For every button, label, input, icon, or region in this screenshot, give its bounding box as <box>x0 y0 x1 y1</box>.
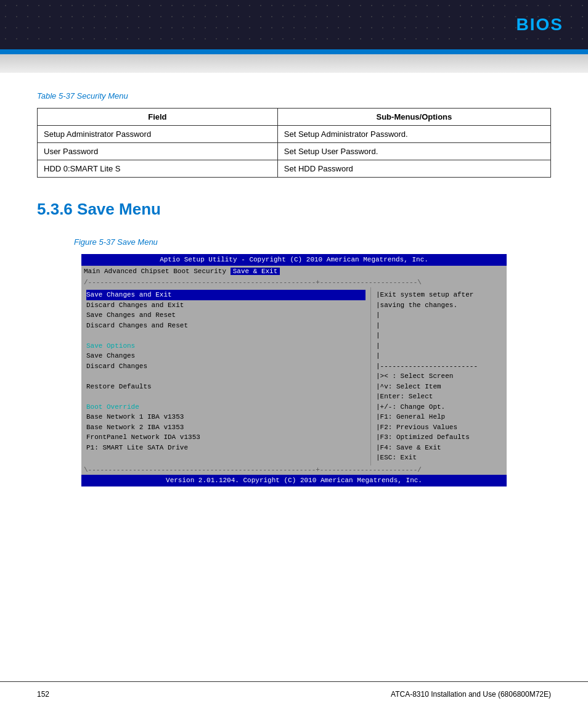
main-content: Table 5-37 Security Menu Field Sub-Menus… <box>0 73 588 523</box>
bios-left-item: Save Changes and Reset <box>86 310 365 321</box>
section-number: 5.3.6 <box>37 200 73 218</box>
header-gray-bar <box>0 54 588 73</box>
bios-menu-item[interactable]: Main <box>84 268 104 275</box>
table-row: Setup Administrator PasswordSet Setup Ad… <box>38 126 551 143</box>
bios-left-item: Discard Changes and Reset <box>86 321 365 331</box>
document-title: ATCA-8310 Installation and Use (6806800M… <box>391 690 551 699</box>
table-row: User PasswordSet Setup User Password. <box>38 143 551 160</box>
table-cell-option: Set HDD Password <box>277 160 550 178</box>
bios-border-bottom: \---------------------------------------… <box>81 466 507 475</box>
bios-left-item <box>86 371 365 382</box>
bios-right-item: | <box>376 341 502 351</box>
bios-right-item: | <box>376 351 502 361</box>
col-header-options: Sub-Menus/Options <box>277 109 550 126</box>
bios-right-item: |>< : Select Screen <box>376 371 502 382</box>
bios-menu-item[interactable]: Save & Exit <box>231 268 280 275</box>
bios-left-item[interactable]: Save Changes and Exit <box>86 290 365 300</box>
figure-caption: Figure 5-37 Save Menu <box>74 237 551 247</box>
table-cell-field: Setup Administrator Password <box>38 126 278 143</box>
page-footer: 152 ATCA-8310 Installation and Use (6806… <box>0 681 588 706</box>
bios-menu-bar: Main Advanced Chipset Boot Security Save… <box>81 266 507 277</box>
bios-left-item: Base Network 2 IBA v1353 <box>86 422 365 433</box>
bios-right-item: |ESC: Exit <box>376 453 502 463</box>
bios-right-item: |saving the changes. <box>376 300 502 311</box>
bios-right-item: |Enter: Select <box>376 392 502 402</box>
table-cell-option: Set Setup User Password. <box>277 143 550 160</box>
bios-label: BIOS <box>517 15 563 35</box>
bios-left-item: Restore Defaults <box>86 382 365 392</box>
bios-right-item: |F4: Save & Exit <box>376 443 502 453</box>
bios-right-item: |F1: General Help <box>376 412 502 422</box>
security-table: Field Sub-Menus/Options Setup Administra… <box>37 108 551 178</box>
bios-title-bar: Aptio Setup Utility - Copyright (C) 2010… <box>81 254 507 266</box>
bios-menu-item[interactable]: Chipset <box>141 268 173 275</box>
bios-left-item: Discard Changes and Exit <box>86 300 365 311</box>
bios-right-item: |F3: Optimized Defaults <box>376 432 502 443</box>
bios-right-item: |+/-: Change Opt. <box>376 402 502 413</box>
bios-right-item: |^v: Select Item <box>376 382 502 392</box>
bios-left-item: Base Network 1 IBA v1353 <box>86 412 365 422</box>
bios-left-item: Discard Changes <box>86 361 365 372</box>
bios-left-item: Save Options <box>86 341 365 351</box>
section-heading: 5.3.6 Save Menu <box>37 200 161 218</box>
table-cell-field: HDD 0:SMART Lite S <box>38 160 278 178</box>
bios-right-item: |------------------------ <box>376 361 502 372</box>
bios-left-item: FrontPanel Network IDA v1353 <box>86 432 365 443</box>
bios-left-item: Boot Override <box>86 402 365 413</box>
table-cell-option: Set Setup Administrator Password. <box>277 126 550 143</box>
bios-left-item: P1: SMART Lite SATA Drive <box>86 443 365 453</box>
bios-left-item <box>86 392 365 402</box>
bios-screenshot: Aptio Setup Utility - Copyright (C) 2010… <box>81 254 507 486</box>
bios-left-item: Save Changes <box>86 351 365 361</box>
section-title: Save Menu <box>77 200 161 218</box>
page-number: 152 <box>37 690 49 699</box>
table-caption: Table 5-37 Security Menu <box>37 91 551 101</box>
bios-menu-item[interactable]: Boot <box>173 268 194 275</box>
bios-right-item: | <box>376 330 502 341</box>
bios-left-item <box>86 330 365 341</box>
bios-left-panel: Save Changes and ExitDiscard Changes and… <box>81 287 371 466</box>
bios-right-panel: |Exit system setup after|saving the chan… <box>371 287 507 466</box>
header-dots-pattern <box>0 0 588 49</box>
bios-border-top: /---------------------------------------… <box>81 278 507 287</box>
bios-menu-item[interactable]: Security <box>194 268 230 275</box>
bios-right-item: |F2: Previous Values <box>376 422 502 433</box>
header-background: BIOS <box>0 0 588 49</box>
bios-right-item: |Exit system setup after <box>376 290 502 300</box>
bios-menu-item[interactable]: Advanced <box>104 268 141 275</box>
table-row: HDD 0:SMART Lite SSet HDD Password <box>38 160 551 178</box>
bios-footer: Version 2.01.1204. Copyright (C) 2010 Am… <box>81 475 507 486</box>
bios-body: Save Changes and ExitDiscard Changes and… <box>81 287 507 466</box>
table-cell-field: User Password <box>38 143 278 160</box>
header-blue-bar <box>0 49 588 54</box>
bios-right-item: | <box>376 310 502 321</box>
bios-right-item: | <box>376 321 502 331</box>
col-header-field: Field <box>38 109 278 126</box>
